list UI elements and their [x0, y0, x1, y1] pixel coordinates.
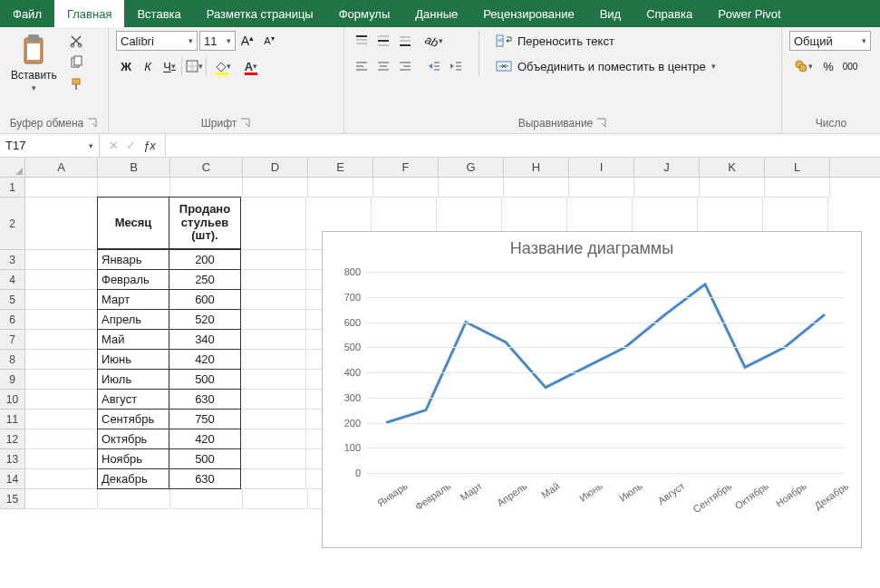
column-header[interactable]: J — [634, 158, 700, 177]
cell[interactable]: 520 — [169, 309, 241, 330]
row-header[interactable]: 6 — [0, 310, 25, 330]
cell[interactable] — [373, 178, 439, 198]
font-color-button[interactable]: А ▾ — [237, 56, 265, 76]
cell[interactable] — [569, 178, 634, 198]
cell[interactable] — [241, 449, 306, 469]
row-header[interactable]: 5 — [0, 290, 25, 310]
cell[interactable] — [241, 350, 306, 370]
italic-button[interactable]: К — [138, 56, 158, 76]
cell[interactable] — [765, 178, 830, 198]
tab-page-layout[interactable]: Разметка страницы — [194, 0, 326, 27]
align-bottom-button[interactable] — [395, 31, 415, 51]
row-header[interactable]: 12 — [0, 429, 25, 449]
cell[interactable] — [98, 489, 170, 509]
name-box[interactable]: T17 ▾ — [0, 134, 100, 157]
paste-button[interactable]: Вставить ▾ — [7, 31, 61, 94]
tab-home[interactable]: Главная — [54, 0, 124, 27]
align-middle-button[interactable] — [373, 31, 393, 51]
cancel-formula-icon[interactable]: ✕ — [109, 139, 119, 152]
merge-center-button[interactable]: Объединить и поместить в центре ▾ — [492, 56, 720, 76]
select-all-button[interactable] — [0, 158, 25, 177]
column-header[interactable]: D — [243, 158, 308, 177]
cell[interactable] — [241, 469, 306, 489]
number-format-select[interactable]: Общий ▾ — [789, 31, 871, 51]
cell[interactable] — [243, 178, 308, 198]
cell[interactable]: 420 — [169, 349, 241, 370]
cell[interactable]: Апрель — [97, 309, 169, 330]
row-header[interactable]: 14 — [0, 469, 25, 489]
cell[interactable]: Декабрь — [97, 468, 169, 489]
copy-button[interactable] — [66, 53, 86, 72]
dialog-launcher-icon[interactable] — [87, 118, 98, 129]
cell[interactable]: Ноябрь — [97, 448, 169, 469]
column-header[interactable]: B — [98, 158, 170, 177]
chart-title[interactable]: Название диаграммы — [323, 232, 861, 260]
decrease-indent-button[interactable] — [424, 56, 444, 76]
align-top-button[interactable] — [352, 31, 372, 51]
cell[interactable] — [241, 330, 306, 350]
decrease-font-button[interactable]: A▾ — [259, 31, 279, 51]
row-header[interactable]: 15 — [0, 489, 25, 509]
tab-help[interactable]: Справка — [633, 0, 705, 27]
cell[interactable] — [504, 178, 569, 198]
tab-insert[interactable]: Вставка — [124, 0, 193, 27]
cell[interactable] — [25, 350, 98, 370]
cell[interactable] — [241, 410, 306, 429]
column-header[interactable]: I — [569, 158, 634, 177]
cell[interactable] — [700, 178, 765, 198]
cell[interactable] — [241, 310, 306, 330]
font-size-select[interactable]: 11 ▾ — [199, 31, 236, 51]
row-header[interactable]: 2 — [0, 198, 25, 250]
column-header[interactable]: G — [439, 158, 504, 177]
cell[interactable] — [25, 370, 98, 390]
cell[interactable] — [98, 178, 170, 198]
tab-power-pivot[interactable]: Power Pivot — [705, 0, 793, 27]
cell[interactable] — [25, 429, 98, 449]
percent-format-button[interactable]: % — [818, 56, 838, 76]
cell[interactable]: 630 — [169, 468, 241, 489]
row-header[interactable]: 8 — [0, 350, 25, 370]
tab-review[interactable]: Рецензирование — [470, 0, 586, 27]
wrap-text-button[interactable]: ab Переносить текст — [492, 31, 720, 51]
column-header[interactable]: E — [308, 158, 373, 177]
cell[interactable]: Продано стульев (шт). — [169, 197, 241, 249]
tab-file[interactable]: Файл — [0, 0, 54, 27]
row-header[interactable]: 13 — [0, 449, 25, 469]
cell[interactable]: 250 — [169, 269, 241, 290]
cell[interactable] — [25, 198, 98, 250]
row-header[interactable]: 9 — [0, 370, 25, 390]
column-header[interactable]: K — [700, 158, 765, 177]
dialog-launcher-icon[interactable] — [240, 118, 251, 129]
cell[interactable] — [241, 390, 306, 410]
cell[interactable]: Август — [97, 389, 169, 410]
increase-indent-button[interactable] — [446, 56, 466, 76]
font-name-select[interactable]: Calibri ▾ — [116, 31, 198, 51]
cell[interactable]: Февраль — [97, 269, 169, 290]
cell[interactable] — [25, 449, 98, 469]
bold-button[interactable]: Ж — [116, 56, 136, 76]
formula-bar[interactable] — [166, 134, 880, 157]
cell[interactable] — [25, 410, 98, 429]
cell[interactable] — [634, 178, 700, 198]
increase-font-button[interactable]: A▴ — [237, 31, 257, 51]
column-header[interactable]: C — [170, 158, 243, 177]
cell[interactable] — [25, 469, 98, 489]
cell[interactable] — [241, 370, 306, 390]
cell[interactable] — [243, 489, 308, 509]
cell[interactable] — [25, 270, 98, 290]
align-right-button[interactable] — [395, 56, 415, 76]
column-header[interactable]: A — [25, 158, 98, 177]
format-painter-button[interactable] — [66, 74, 86, 94]
tab-data[interactable]: Данные — [402, 0, 470, 27]
cell[interactable]: Январь — [97, 249, 169, 270]
cell[interactable]: 200 — [169, 249, 241, 270]
row-header[interactable]: 1 — [0, 178, 25, 198]
cell[interactable] — [241, 290, 306, 310]
cell[interactable] — [25, 310, 98, 330]
cell[interactable] — [25, 250, 98, 270]
cell[interactable]: Сентябрь — [97, 409, 169, 429]
cell[interactable] — [241, 250, 306, 270]
cell[interactable] — [25, 330, 98, 350]
cell[interactable]: 340 — [169, 329, 241, 350]
cell[interactable] — [25, 178, 98, 198]
